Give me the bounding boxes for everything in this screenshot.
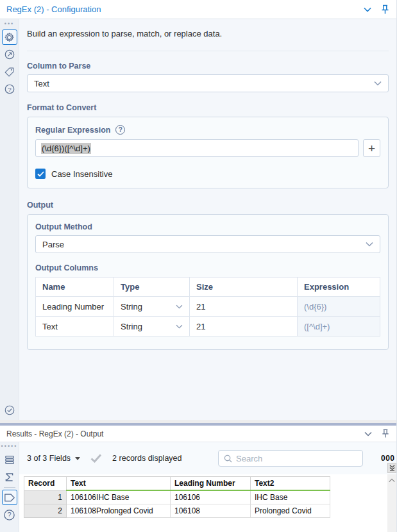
add-expression-button[interactable]: + bbox=[363, 139, 380, 157]
results-header-row: Record Text Leading Number Text2 bbox=[24, 477, 330, 491]
size-cell[interactable]: 21 bbox=[190, 317, 298, 337]
apply-check-circle-icon[interactable] bbox=[0, 404, 19, 416]
text2-cell[interactable]: IHC Base bbox=[251, 490, 330, 504]
column-to-parse-label: Column to Parse bbox=[27, 62, 389, 71]
output-group: Output Method Parse Output Columns Name … bbox=[27, 214, 389, 350]
collapse-chevron-icon[interactable] bbox=[364, 431, 372, 436]
case-insensitive-checkbox[interactable] bbox=[35, 169, 46, 179]
panel-splitter[interactable] bbox=[0, 420, 396, 426]
results-panel-header: Results - RegEx (2) - Output bbox=[0, 426, 396, 442]
sidebar-divider bbox=[4, 487, 15, 488]
fields-dropdown-button[interactable]: 3 of 3 Fields bbox=[27, 454, 80, 463]
search-input[interactable] bbox=[236, 454, 357, 463]
name-cell[interactable]: Leading Number bbox=[36, 297, 114, 317]
sidebar-grip-dots[interactable]: ••••• bbox=[1, 444, 18, 450]
scroll-dock-icon[interactable] bbox=[387, 463, 396, 473]
search-icon bbox=[224, 454, 232, 463]
expression-cell: ([^\d]+) bbox=[298, 317, 380, 337]
format-to-convert-label: Format to Convert bbox=[27, 103, 389, 112]
col-header-text2[interactable]: Text2 bbox=[251, 477, 330, 491]
leading-number-cell[interactable]: 106108 bbox=[171, 504, 251, 518]
triangle-down-icon bbox=[75, 457, 80, 460]
results-main: 3 of 3 Fields 2 records displayed 000 bbox=[19, 442, 396, 532]
configuration-panel-body: ••• ? Build an expression to parse, matc… bbox=[0, 19, 396, 420]
output-columns-table: Name Type Size Expression Leading Number… bbox=[35, 277, 380, 337]
column-to-parse-value: Text bbox=[34, 79, 49, 88]
records-displayed-text: 2 records displayed bbox=[112, 454, 182, 463]
help-icon[interactable]: ? bbox=[2, 507, 17, 522]
output-section-label: Output bbox=[27, 201, 389, 210]
regex-help-icon[interactable]: ? bbox=[115, 125, 125, 135]
col-header-text[interactable]: Text bbox=[67, 477, 171, 491]
configuration-content: Build an expression to parse, match, or … bbox=[19, 19, 396, 420]
data-shape-icon[interactable] bbox=[2, 490, 17, 505]
expression-cell: (\d{6}) bbox=[298, 297, 380, 317]
case-insensitive-label: Case Insensitive bbox=[51, 169, 112, 179]
output-column-row: Leading Number String 21 (\d{6}) bbox=[36, 297, 380, 317]
text2-cell[interactable]: Prolonged Covid bbox=[251, 504, 330, 518]
output-method-label: Output Method bbox=[35, 222, 380, 231]
output-columns-header-row: Name Type Size Expression bbox=[36, 278, 380, 297]
record-number-cell[interactable]: 1 bbox=[24, 490, 67, 504]
chevron-down-icon bbox=[176, 304, 183, 309]
col-header-expression: Expression bbox=[298, 278, 380, 297]
name-cell[interactable]: Text bbox=[36, 317, 114, 337]
regex-input[interactable]: (\d{6})([^\d]+) bbox=[35, 139, 359, 157]
cell-viewer-toggle[interactable]: 000 bbox=[381, 454, 395, 463]
regular-expression-label: Regular Expression bbox=[35, 126, 110, 135]
scrollbar-track[interactable] bbox=[387, 474, 396, 532]
tab-help-icon[interactable]: ? bbox=[2, 81, 17, 97]
collapse-chevron-icon[interactable] bbox=[364, 7, 371, 12]
output-column-row: Text String 21 ([^\d]+) bbox=[36, 317, 380, 337]
record-number-cell[interactable]: 2 bbox=[24, 504, 67, 518]
configuration-panel-title: RegEx (2) - Configuration bbox=[6, 4, 101, 14]
results-data-table: Record Text Leading Number Text2 1 10610… bbox=[24, 476, 330, 518]
scroll-up-arrow-icon bbox=[389, 478, 395, 483]
alteryx-regex-tool-window: RegEx (2) - Configuration ••• ? bbox=[0, 0, 397, 532]
column-to-parse-select[interactable]: Text bbox=[27, 74, 389, 92]
results-scrollbar[interactable] bbox=[387, 463, 396, 532]
results-toolbar: 3 of 3 Fields 2 records displayed 000 bbox=[19, 442, 396, 474]
results-panel-body: ••••• ? 3 of 3 Fields bbox=[0, 442, 396, 532]
status-check-icon bbox=[90, 454, 102, 463]
type-value: String bbox=[121, 302, 142, 312]
metadata-sigma-icon[interactable] bbox=[2, 469, 17, 485]
chevron-down-icon bbox=[374, 81, 382, 86]
format-to-convert-group: Regular Expression ? (\d{6})([^\d]+) + C… bbox=[27, 117, 389, 188]
svg-text:?: ? bbox=[7, 511, 11, 519]
col-header-name: Name bbox=[36, 278, 114, 297]
text-cell[interactable]: 106108Prolonged Covid bbox=[67, 504, 171, 518]
output-method-value: Parse bbox=[42, 240, 64, 249]
pin-icon[interactable] bbox=[381, 429, 390, 438]
table-row: 1 106106IHC Base 106106 IHC Base bbox=[24, 490, 330, 504]
text-cell[interactable]: 106106IHC Base bbox=[67, 490, 171, 504]
fields-summary: 3 of 3 Fields bbox=[27, 454, 71, 463]
configuration-sidebar: ••• ? bbox=[0, 19, 19, 420]
chevron-down-icon bbox=[366, 242, 373, 247]
configuration-panel-header: RegEx (2) - Configuration bbox=[0, 0, 396, 19]
results-search-box[interactable] bbox=[218, 450, 363, 467]
leading-number-cell[interactable]: 106106 bbox=[171, 490, 251, 504]
type-value: String bbox=[121, 322, 142, 331]
type-select-cell[interactable]: String bbox=[114, 317, 190, 337]
tab-performance-icon[interactable] bbox=[2, 47, 17, 62]
tab-configuration-gear-icon[interactable] bbox=[2, 29, 17, 45]
regex-value-selected: (\d{6})([^\d]+) bbox=[41, 143, 91, 154]
col-header-record[interactable]: Record bbox=[24, 477, 67, 491]
output-method-select[interactable]: Parse bbox=[35, 235, 380, 253]
output-columns-label: Output Columns bbox=[35, 263, 380, 272]
table-row: 2 106108Prolonged Covid 106108 Prolonged… bbox=[24, 504, 330, 518]
type-select-cell[interactable]: String bbox=[114, 297, 190, 317]
table-view-icon[interactable] bbox=[2, 452, 17, 467]
tool-description: Build an expression to parse, match, or … bbox=[27, 19, 389, 38]
results-sidebar: ••••• ? bbox=[0, 442, 19, 532]
size-cell[interactable]: 21 bbox=[190, 297, 298, 317]
col-header-leading-number[interactable]: Leading Number bbox=[171, 477, 251, 491]
col-header-size: Size bbox=[190, 278, 298, 297]
tab-annotation-tag-icon[interactable] bbox=[2, 64, 17, 79]
svg-text:?: ? bbox=[8, 86, 12, 93]
pin-icon[interactable] bbox=[380, 4, 390, 15]
col-header-type: Type bbox=[114, 278, 190, 297]
sidebar-grip-dots[interactable]: ••• bbox=[4, 21, 14, 28]
results-panel-title: Results - RegEx (2) - Output bbox=[6, 429, 103, 438]
